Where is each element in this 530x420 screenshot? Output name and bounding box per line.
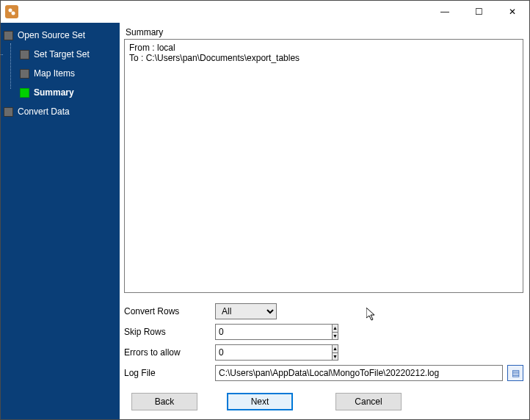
svg-point-0: [9, 9, 12, 12]
step-map-items[interactable]: Map Items: [20, 67, 120, 80]
summary-textarea[interactable]: From : local To : C:\Users\pan\Documents…: [124, 39, 523, 293]
step-label: Summary: [34, 87, 74, 98]
step-summary[interactable]: Summary: [20, 86, 120, 99]
step-label: Map Items: [34, 68, 75, 79]
minimize-button[interactable]: —: [428, 1, 462, 23]
svg-point-1: [12, 12, 15, 15]
step-convert-data[interactable]: Convert Data: [4, 105, 120, 118]
document-icon: ▤: [512, 368, 520, 378]
skip-rows-input[interactable]: [215, 324, 332, 340]
step-label: Convert Data: [18, 106, 70, 117]
step-icon: [20, 69, 29, 79]
step-open-source-set[interactable]: Open Source Set: [4, 29, 120, 42]
close-button[interactable]: ✕: [495, 1, 529, 23]
step-set-target-set[interactable]: Set Target Set: [20, 48, 120, 61]
errors-allow-input[interactable]: [215, 344, 332, 361]
maximize-button[interactable]: ☐: [462, 1, 495, 23]
app-icon: [5, 5, 18, 18]
skip-rows-label: Skip Rows: [124, 327, 215, 337]
step-icon: [20, 50, 29, 59]
skip-rows-spinner[interactable]: ▲▼: [215, 324, 277, 340]
wizard-window: — ☐ ✕ Open Source Set Set Target Set: [0, 0, 530, 420]
wizard-footer: Back Next Cancel: [124, 385, 523, 412]
step-label: Set Target Set: [34, 49, 90, 59]
titlebar: — ☐ ✕: [1, 1, 529, 23]
back-button[interactable]: Back: [131, 393, 197, 410]
log-file-label: Log File: [124, 368, 215, 378]
step-icon: [4, 31, 13, 40]
step-label: Open Source Set: [18, 30, 85, 40]
spin-down-icon[interactable]: ▼: [333, 333, 338, 340]
spin-up-icon[interactable]: ▲: [333, 345, 338, 353]
options-form: Convert Rows All Skip Rows ▲▼ Errors to …: [124, 303, 523, 385]
convert-rows-select[interactable]: All: [215, 303, 277, 319]
spinner-buttons[interactable]: ▲▼: [332, 344, 338, 361]
step-icon: [20, 88, 29, 98]
errors-allow-label: Errors to allow: [124, 347, 215, 358]
main-panel: Summary From : local To : C:\Users\pan\D…: [120, 23, 529, 419]
browse-log-button[interactable]: ▤: [507, 365, 523, 381]
spinner-buttons[interactable]: ▲▼: [332, 324, 338, 340]
summary-heading: Summary: [126, 27, 523, 37]
spin-up-icon[interactable]: ▲: [333, 325, 338, 333]
errors-allow-spinner[interactable]: ▲▼: [215, 344, 277, 361]
next-button[interactable]: Next: [227, 393, 293, 410]
log-file-input[interactable]: [215, 365, 503, 381]
wizard-steps-sidebar: Open Source Set Set Target Set Map Items: [1, 23, 120, 419]
spin-down-icon[interactable]: ▼: [333, 353, 338, 361]
cancel-button[interactable]: Cancel: [335, 393, 402, 410]
convert-rows-label: Convert Rows: [124, 306, 215, 316]
step-icon: [4, 107, 13, 117]
